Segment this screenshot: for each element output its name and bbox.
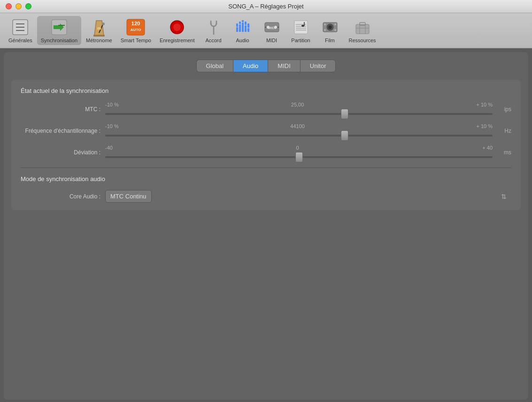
ressources-icon [353, 18, 372, 37]
mtc-slider-row: MTC : -10 % 25,00 + 10 % ips [21, 102, 511, 117]
svg-rect-8 [93, 35, 105, 37]
tab-unitor[interactable]: Unitor [300, 60, 336, 72]
svg-rect-18 [236, 27, 238, 32]
audio-icon [233, 18, 252, 37]
core-audio-row: Core Audio : MTC Continu MTC ADAT Sync W… [21, 190, 511, 203]
toolbar-item-smart-tempo[interactable]: 120 AUTO Smart Tempo [117, 16, 155, 45]
freq-max-label: + 10 % [476, 123, 493, 129]
mtc-min-label: -10 % [105, 102, 119, 107]
core-audio-dropdown-wrapper: MTC Continu MTC ADAT Sync Word Clock Int… [105, 190, 511, 203]
partition-label: Partition [291, 38, 310, 43]
deviation-min-label: -40 [105, 145, 113, 151]
deviation-slider-row: Déviation : -40 0 + 40 ms [21, 145, 511, 160]
freq-min-label: -10 % [105, 123, 119, 129]
toolbar: Générales Synchronisation [0, 13, 532, 48]
metronome-icon [90, 18, 108, 37]
generales-icon [11, 18, 30, 37]
freq-slider-container: -10 % 44100 + 10 % [105, 123, 493, 138]
deviation-max-label: + 40 [482, 145, 493, 151]
svg-rect-9 [97, 27, 101, 30]
main-content: Global Audio MIDI Unitor État actuel de … [4, 52, 528, 400]
svg-rect-34 [294, 21, 308, 34]
svg-rect-47 [334, 29, 336, 31]
deviation-slider[interactable] [105, 156, 493, 158]
svg-rect-25 [242, 20, 244, 22]
minimize-button[interactable] [15, 3, 22, 9]
mtc-slider-container: -10 % 25,00 + 10 % [105, 102, 493, 117]
core-audio-label: Core Audio : [21, 193, 105, 200]
svg-rect-27 [247, 23, 249, 28]
svg-rect-21 [245, 25, 247, 32]
tab-audio[interactable]: Audio [233, 60, 268, 72]
deviation-range-labels: -40 0 + 40 [105, 145, 493, 151]
synchronisation-label: Synchronisation [41, 38, 77, 43]
svg-text:AUTO: AUTO [131, 28, 141, 32]
toolbar-item-partition[interactable]: Partition [287, 16, 315, 45]
mtc-label: MTC : [21, 106, 105, 113]
deviation-label: Déviation : [21, 149, 105, 156]
svg-rect-45 [324, 29, 326, 31]
mtc-value-label: 25,00 [291, 102, 304, 107]
deviation-value-label: 0 [296, 145, 299, 151]
audio-label: Audio [236, 38, 249, 43]
freq-slider[interactable] [105, 135, 493, 137]
accord-label: Accord [205, 38, 221, 43]
accord-icon [204, 18, 223, 37]
svg-rect-19 [239, 24, 241, 32]
freq-range-labels: -10 % 44100 + 10 % [105, 123, 493, 129]
deviation-unit: ms [493, 149, 511, 156]
mtc-slider[interactable] [105, 113, 493, 115]
svg-rect-46 [334, 23, 336, 25]
svg-rect-26 [245, 22, 247, 25]
svg-rect-48 [356, 24, 369, 34]
titlebar: SONG_A – Réglages Projet [0, 0, 532, 13]
toolbar-item-generales[interactable]: Générales [5, 16, 36, 45]
svg-rect-22 [247, 28, 249, 32]
close-button[interactable] [6, 3, 12, 9]
smart-tempo-label: Smart Tempo [121, 38, 151, 43]
film-label: Film [325, 38, 335, 43]
svg-rect-20 [242, 23, 244, 32]
dropdown-arrow-icon: ⇅ [501, 193, 507, 200]
toolbar-item-film[interactable]: Film [316, 16, 344, 45]
maximize-button[interactable] [25, 3, 31, 9]
svg-text:MIDI: MIDI [268, 26, 276, 30]
window-controls[interactable] [6, 3, 31, 9]
mtc-max-label: + 10 % [476, 102, 493, 107]
freq-label: Fréquence d'échantillonnage : [21, 128, 105, 134]
tab-global[interactable]: Global [196, 60, 233, 72]
svg-point-7 [102, 23, 105, 25]
smart-tempo-icon: 120 AUTO [126, 18, 145, 37]
freq-unit: Hz [493, 128, 511, 134]
deviation-slider-container: -40 0 + 40 [105, 145, 493, 160]
tab-bar: Global Audio MIDI Unitor [11, 60, 521, 72]
toolbar-item-enregistrement[interactable]: Enregistrement [156, 16, 199, 45]
toolbar-item-accord[interactable]: Accord [200, 16, 228, 45]
svg-point-43 [328, 25, 332, 29]
section-divider [21, 167, 511, 168]
svg-point-39 [301, 25, 304, 27]
metronome-label: Métronome [86, 38, 112, 43]
toolbar-item-audio[interactable]: Audio [229, 16, 257, 45]
toolbar-item-midi[interactable]: MIDI MIDI [258, 16, 286, 45]
freq-slider-row: Fréquence d'échantillonnage : -10 % 4410… [21, 123, 511, 138]
toolbar-item-ressources[interactable]: Ressources [345, 16, 380, 45]
tab-midi[interactable]: MIDI [268, 60, 300, 72]
svg-rect-44 [324, 23, 326, 25]
sync-state-title: État actuel de la synchronisation [21, 87, 511, 94]
svg-rect-23 [236, 23, 238, 27]
enregistrement-icon [168, 18, 186, 37]
film-icon [321, 18, 339, 37]
midi-label: MIDI [266, 38, 277, 43]
enregistrement-label: Enregistrement [160, 38, 195, 43]
svg-point-14 [173, 23, 181, 31]
toolbar-item-synchronisation[interactable]: Synchronisation [37, 16, 81, 45]
freq-value-label: 44100 [290, 123, 305, 129]
svg-rect-24 [239, 22, 241, 24]
core-audio-select[interactable]: MTC Continu MTC ADAT Sync Word Clock Int… [105, 190, 152, 203]
window-title: SONG_A – Réglages Projet [228, 3, 303, 10]
mtc-unit: ips [493, 106, 511, 113]
toolbar-item-metronome[interactable]: Métronome [82, 16, 116, 45]
svg-text:120: 120 [131, 21, 140, 26]
generales-label: Générales [8, 38, 32, 43]
